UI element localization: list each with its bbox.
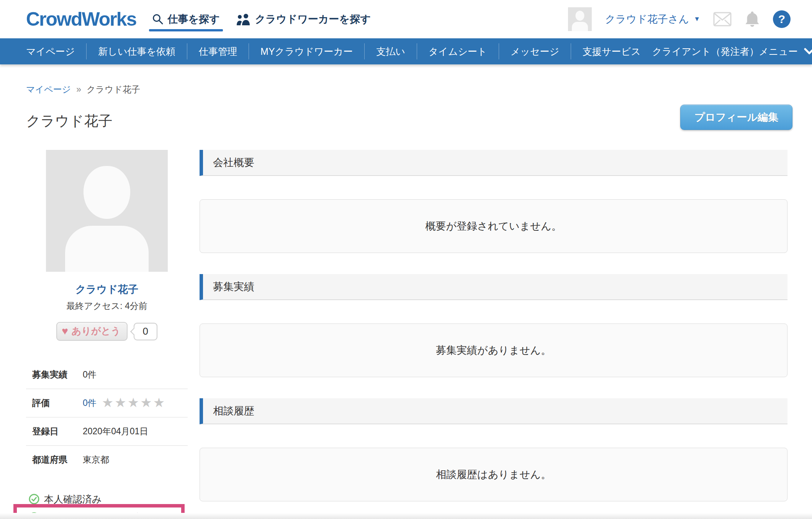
top-header: CrowdWorks 仕事を探す クラウドワーカーを探す クラウド花子さん ▼	[0, 0, 812, 38]
empty-state-box: 概要が登録されていません。	[200, 199, 787, 253]
find-workers-link[interactable]: クラウドワーカーを探す	[235, 12, 371, 26]
avatar-head	[576, 11, 584, 21]
stat-row-recruitment: 募集実績 0件	[26, 361, 188, 389]
help-icon[interactable]: ?	[773, 10, 791, 28]
page-title: クラウド花子	[26, 112, 787, 131]
avatar-head	[83, 166, 130, 219]
thanks-label: ありがとう	[72, 325, 121, 337]
header-links: 仕事を探す クラウドワーカーを探す	[152, 12, 370, 26]
thanks-count-bubble[interactable]: 0	[134, 323, 157, 340]
rating-count-link[interactable]: 0件	[83, 397, 97, 409]
nav-message[interactable]: メッセージ	[499, 43, 571, 59]
stat-value: 東京都	[83, 454, 109, 466]
caret-down-icon: ▼	[694, 15, 700, 23]
avatar-torso	[572, 22, 588, 31]
find-jobs-link[interactable]: 仕事を探す	[152, 12, 219, 26]
profile-stats-table: 募集実績 0件 評価 0件 登録日 2020年04月01日 都道府県 東京都	[26, 361, 188, 474]
profile-sidebar: クラウド花子 最終アクセス: 4分前 ♥ ありがとう 0 募集実績 0件 評価	[26, 150, 188, 519]
nav-job-management[interactable]: 仕事管理	[187, 43, 249, 59]
thanks-button[interactable]: ♥ ありがとう	[56, 322, 128, 341]
main-navbar: マイページ 新しい仕事を依頼 仕事管理 MYクラウドワーカー 支払い タイムシー…	[0, 38, 812, 64]
thanks-count: 0	[143, 325, 148, 337]
breadcrumb: マイページ » クラウド花子	[26, 84, 787, 95]
star-icon	[115, 395, 127, 410]
help-glyph: ?	[778, 13, 785, 26]
nav-payment[interactable]: 支払い	[364, 43, 417, 59]
header-right: クラウド花子さん ▼ ?	[568, 7, 791, 31]
heart-icon: ♥	[62, 326, 68, 337]
section-header: 募集実績	[200, 274, 787, 300]
profile-avatar	[46, 150, 168, 272]
stat-row-rating: 評価 0件	[26, 389, 188, 417]
nav-support-service[interactable]: 支援サービス	[571, 43, 652, 59]
people-icon	[235, 13, 251, 25]
bell-icon[interactable]	[745, 11, 760, 28]
star-rating-icons	[102, 396, 166, 409]
stat-label: 登録日	[32, 425, 83, 437]
profile-main: 会社概要 概要が登録されていません。 募集実績 募集実績がありません。 相談履歴…	[200, 150, 787, 519]
badge-identity-verified: 本人確認済み	[28, 491, 188, 508]
badge-label: 本人確認済み	[44, 493, 102, 506]
star-icon	[128, 395, 140, 410]
nav-new-job[interactable]: 新しい仕事を依頼	[86, 43, 187, 59]
user-menu[interactable]: クラウド花子さん ▼	[605, 12, 700, 26]
stat-row-prefecture: 都道府県 東京都	[26, 445, 188, 474]
stat-label: 評価	[32, 397, 83, 409]
chevron-down-icon	[804, 48, 812, 55]
breadcrumb-mypage-link[interactable]: マイページ	[26, 84, 71, 95]
section-recruitment-history: 募集実績 募集実績がありません。	[200, 274, 787, 377]
mail-icon[interactable]	[713, 12, 732, 26]
page-content: マイページ » クラウド花子 プロフィール編集 クラウド花子 クラウド花子 最終…	[0, 84, 812, 519]
footer-strip	[0, 513, 812, 519]
nav-timesheet[interactable]: タイムシート	[417, 43, 499, 59]
nav-mypage[interactable]: マイページ	[26, 43, 86, 59]
profile-edit-button[interactable]: プロフィール編集	[680, 105, 792, 130]
crowdworks-logo[interactable]: CrowdWorks	[26, 8, 136, 30]
find-jobs-label: 仕事を探す	[167, 12, 219, 26]
star-icon	[102, 395, 115, 410]
section-company-overview: 会社概要 概要が登録されていません。	[200, 150, 787, 253]
profile-name-link[interactable]: クラウド花子	[26, 282, 188, 296]
stat-row-registered: 登録日 2020年04月01日	[26, 417, 188, 445]
stat-value: 2020年04月01日	[83, 425, 148, 437]
nav-my-crowdworker[interactable]: MYクラウドワーカー	[249, 43, 364, 59]
avatar-torso	[65, 226, 149, 272]
check-circle-icon	[28, 493, 40, 505]
star-icon	[140, 395, 153, 410]
breadcrumb-separator: »	[76, 84, 81, 95]
breadcrumb-current: クラウド花子	[87, 84, 140, 95]
last-access-text: 最終アクセス: 4分前	[26, 300, 188, 312]
user-name: クラウド花子さん	[605, 12, 689, 26]
search-icon	[152, 13, 164, 25]
stat-value: 0件	[83, 369, 97, 381]
star-icon	[153, 395, 166, 410]
empty-state-box: 募集実績がありません。	[200, 324, 787, 377]
thanks-row: ♥ ありがとう 0	[26, 322, 188, 341]
section-header: 会社概要	[200, 150, 787, 176]
client-menu-label: クライアント（発注者）メニュー	[652, 45, 798, 58]
header-avatar[interactable]	[568, 7, 592, 31]
find-workers-label: クラウドワーカーを探す	[255, 12, 371, 26]
section-header: 相談履歴	[200, 398, 787, 424]
client-menu-toggle[interactable]: クライアント（発注者）メニュー	[652, 45, 812, 58]
stat-label: 都道府県	[32, 454, 83, 466]
section-consultation-history: 相談履歴 相談履歴はありません。	[200, 398, 787, 501]
empty-state-box: 相談履歴はありません。	[200, 448, 787, 501]
stat-label: 募集実績	[32, 369, 83, 381]
